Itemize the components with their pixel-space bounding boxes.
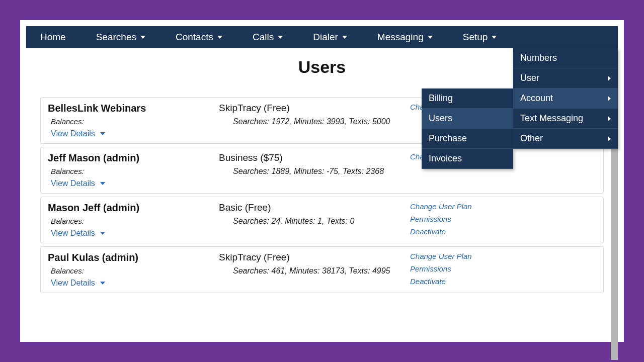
user-plan: SkipTracy (Free) (219, 103, 410, 114)
user-name: BellesLink Webinars (48, 103, 219, 114)
setup-menu-numbers-label: Numbers (520, 53, 557, 63)
nav-contacts[interactable]: Contacts (172, 32, 226, 43)
user-plan: SkipTracy (Free) (219, 252, 410, 263)
chevron-down-icon (100, 132, 105, 135)
user-name: Paul Kulas (admin) (48, 252, 219, 263)
nav-home-label: Home (40, 32, 66, 43)
account-submenu: Billing Users Purchase Invoices (422, 88, 513, 169)
change-user-plan-link[interactable]: Change User Plan (410, 202, 596, 211)
balances-text: Searches: 461, Minutes: 38173, Texts: 49… (219, 266, 410, 276)
user-name: Jeff Mason (admin) (48, 152, 219, 164)
account-menu-purchase-label: Purchase (429, 133, 467, 144)
nav-dialer-label: Dialer (313, 32, 338, 43)
chevron-down-icon (100, 232, 105, 235)
chevron-down-icon (100, 282, 105, 285)
nav-home[interactable]: Home (36, 32, 70, 43)
balances-text: Searches: 1972, Minutes: 3993, Texts: 50… (219, 117, 410, 126)
account-menu-invoices-label: Invoices (429, 153, 462, 164)
chevron-down-icon (428, 36, 433, 39)
nav-calls-label: Calls (253, 32, 274, 43)
nav-dialer[interactable]: Dialer (309, 32, 351, 43)
deactivate-link[interactable]: Deactivate (410, 277, 596, 286)
navbar: Home Searches Contacts Calls Dialer Mess… (26, 26, 618, 48)
chevron-right-icon (608, 136, 611, 141)
view-details-label: View Details (51, 129, 95, 138)
nav-setup-label: Setup (463, 32, 488, 43)
user-card: Paul Kulas (admin) SkipTracy (Free) Chan… (40, 246, 604, 293)
chevron-down-icon (100, 182, 105, 185)
nav-messaging[interactable]: Messaging (373, 32, 437, 43)
setup-menu-user-label: User (520, 73, 539, 83)
view-details-toggle[interactable]: View Details (48, 179, 219, 188)
balances-label: Balances: (48, 217, 219, 226)
nav-searches[interactable]: Searches (92, 32, 149, 43)
chevron-down-icon (278, 36, 283, 39)
account-menu-users[interactable]: Users (422, 109, 513, 129)
view-details-label: View Details (51, 229, 95, 238)
setup-menu-account[interactable]: Account (513, 88, 618, 109)
account-menu-billing-label: Billing (429, 93, 453, 104)
setup-menu-other-label: Other (520, 133, 543, 144)
permissions-link[interactable]: Permissions (410, 264, 596, 273)
balances-label: Balances: (48, 167, 219, 176)
chevron-down-icon (492, 36, 497, 39)
setup-menu-text-messaging[interactable]: Text Messaging (513, 109, 618, 129)
chevron-right-icon (608, 96, 611, 101)
user-plan: Basic (Free) (219, 202, 410, 214)
view-details-toggle[interactable]: View Details (48, 229, 219, 238)
chevron-right-icon (608, 76, 611, 81)
chevron-down-icon (342, 36, 347, 39)
nav-calls[interactable]: Calls (249, 32, 287, 43)
user-name: Mason Jeff (admin) (48, 202, 219, 214)
setup-menu-account-label: Account (520, 93, 553, 104)
balances-label: Balances: (48, 117, 219, 126)
balances-text: Searches: 1889, Minutes: -75, Texts: 236… (219, 167, 410, 176)
account-menu-billing[interactable]: Billing (422, 88, 513, 109)
account-menu-users-label: Users (429, 113, 452, 124)
chevron-right-icon (608, 116, 611, 121)
setup-menu-numbers[interactable]: Numbers (513, 48, 618, 68)
change-user-plan-link[interactable]: Change User Plan (410, 252, 596, 260)
balances-label: Balances: (48, 266, 219, 276)
setup-dropdown: Numbers User Account Text Messaging Othe… (513, 48, 618, 149)
setup-menu-other[interactable]: Other (513, 129, 618, 149)
view-details-toggle[interactable]: View Details (48, 129, 219, 138)
user-card: Jeff Mason (admin) Business ($75) Change… (40, 147, 604, 194)
setup-menu-text-messaging-label: Text Messaging (520, 113, 583, 124)
nav-setup[interactable]: Setup (459, 32, 501, 43)
app-frame: Home Searches Contacts Calls Dialer Mess… (20, 20, 624, 342)
view-details-label: View Details (51, 179, 95, 188)
account-menu-purchase[interactable]: Purchase (422, 129, 513, 149)
permissions-link[interactable]: Permissions (410, 215, 596, 223)
account-menu-invoices[interactable]: Invoices (422, 149, 513, 169)
user-actions: Change User Plan Permissions Deactivate (410, 202, 596, 238)
view-details-label: View Details (51, 279, 95, 288)
nav-messaging-label: Messaging (377, 32, 424, 43)
balances-text: Searches: 24, Minutes: 1, Texts: 0 (219, 217, 410, 226)
user-plan: Business ($75) (219, 152, 410, 164)
scrollbar-thumb[interactable] (611, 119, 618, 360)
chevron-down-icon (140, 36, 145, 39)
nav-contacts-label: Contacts (176, 32, 213, 43)
view-details-toggle[interactable]: View Details (48, 279, 219, 288)
chevron-down-icon (217, 36, 222, 39)
user-actions: Change User Plan Permissions Deactivate (410, 252, 596, 288)
setup-menu-user[interactable]: User (513, 68, 618, 88)
user-card: Mason Jeff (admin) Basic (Free) Change U… (40, 197, 604, 243)
deactivate-link[interactable]: Deactivate (410, 227, 596, 236)
nav-searches-label: Searches (96, 32, 136, 43)
